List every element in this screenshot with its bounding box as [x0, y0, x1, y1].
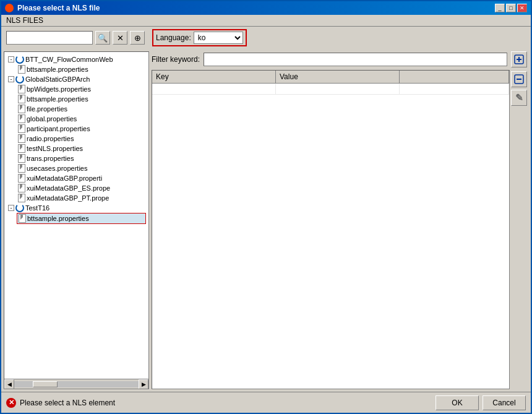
window-title: Please select a NLS file: [17, 4, 491, 12]
status-left: ✕ Please select a NLS element: [6, 398, 115, 408]
language-label: Language:: [156, 33, 191, 42]
title-bar: Please select a NLS file _ □ ✕: [1, 1, 531, 15]
main-content: - BTT_CW_FlowCommonWeb bttsample.propert…: [1, 49, 531, 392]
maximize-button[interactable]: □: [506, 4, 516, 12]
tree-item-xui-es[interactable]: xuiMetadataGBP_ES.prope: [17, 183, 146, 193]
tree-item-participant[interactable]: participant.properties: [17, 124, 146, 134]
tree-node-btt: - BTT_CW_FlowCommonWeb bttsample.propert…: [7, 54, 146, 74]
folder-icon-test: [15, 204, 24, 212]
file-icon-radio: [18, 134, 25, 143]
filter-row: Filter keyword:: [152, 51, 528, 67]
file-icon-xui1: [18, 174, 25, 183]
scroll-left-arrow[interactable]: ◀: [4, 379, 14, 389]
menu-item-nls-files[interactable]: NLS FILES: [6, 16, 43, 25]
remove-row-button[interactable]: [511, 71, 527, 87]
tree-item-xui-pt[interactable]: xuiMetadataGBP_PT.prope: [17, 193, 146, 203]
language-select[interactable]: ko en ja zh: [194, 32, 243, 44]
tree-label-test: TestT16: [25, 204, 49, 212]
tree-item-trans[interactable]: trans.properties: [17, 153, 146, 163]
tree-label-participant: participant.properties: [27, 125, 90, 132]
file-icon-participant: [18, 124, 25, 133]
title-bar-buttons: _ □ ✕: [495, 4, 527, 12]
tree-item-bttsample1[interactable]: bttsample.properties: [17, 64, 146, 74]
tree-node-global: - GlobalStaticGBPArch bpWidgets.properti…: [7, 74, 146, 203]
file-tree-panel: - BTT_CW_FlowCommonWeb bttsample.propert…: [4, 51, 149, 389]
table-body: [152, 84, 509, 389]
table-cell-value: [276, 84, 400, 94]
tree-item-bttsample3[interactable]: bttsample.properties: [17, 213, 146, 224]
file-icon-bttsample3: [19, 214, 26, 223]
right-panel: Filter keyword: Key Value: [152, 51, 528, 389]
data-table: Key Value: [152, 70, 510, 389]
tree-label-trans: trans.properties: [27, 155, 74, 162]
minimize-button[interactable]: _: [495, 4, 505, 12]
toolbar: 🔍 ✕ ⊕ Language: ko en ja zh: [1, 27, 531, 49]
close-button[interactable]: ✕: [517, 4, 527, 12]
file-icon-xui-pt: [18, 194, 25, 202]
status-message: Please select a NLS element: [20, 399, 115, 407]
scroll-track[interactable]: [14, 381, 139, 387]
table-header: Key Value: [152, 71, 509, 84]
tree-label-bpwidgets: bpWidgets.properties: [27, 85, 91, 93]
col-header-value: Value: [276, 71, 400, 83]
add-row-button[interactable]: [511, 51, 527, 67]
right-side-buttons: ✎: [511, 70, 528, 389]
tree-label-bttsample3: bttsample.properties: [27, 215, 89, 222]
language-container: Language: ko en ja zh: [152, 29, 247, 46]
edit-row-button[interactable]: ✎: [511, 90, 527, 106]
file-icon-bttsample2: [18, 95, 25, 103]
table-row: [152, 84, 509, 95]
expand-global[interactable]: -: [8, 76, 14, 82]
folder-icon-btt: [15, 55, 24, 64]
table-cell-extra: [400, 84, 509, 94]
tree-scroll-area: - BTT_CW_FlowCommonWeb bttsample.propert…: [4, 52, 148, 379]
tree-label-xui-pt: xuiMetadataGBP_PT.prope: [27, 194, 109, 202]
table-area: Key Value: [152, 70, 528, 389]
window-icon: [5, 4, 14, 12]
ok-button[interactable]: OK: [435, 395, 479, 410]
tree-item-test[interactable]: - TestT16: [7, 203, 146, 213]
menu-bar: NLS FILES: [1, 15, 531, 27]
search-button[interactable]: 🔍: [95, 31, 110, 45]
search-input[interactable]: [6, 31, 93, 45]
tree-children-btt: bttsample.properties: [7, 64, 146, 74]
horizontal-scrollbar[interactable]: ◀ ▶: [4, 379, 148, 389]
main-window: Please select a NLS file _ □ ✕ NLS FILES…: [0, 0, 532, 414]
tree-children-test: bttsample.properties: [7, 213, 146, 224]
tree-item-bpwidgets[interactable]: bpWidgets.properties: [17, 84, 146, 94]
scroll-right-arrow[interactable]: ▶: [139, 379, 148, 389]
expand-btt[interactable]: -: [8, 56, 14, 63]
tree-label-btt: BTT_CW_FlowCommonWeb: [25, 56, 113, 63]
status-bar: ✕ Please select a NLS element OK Cancel: [1, 392, 531, 413]
tree-item-bttsample2[interactable]: bttsample.properties: [17, 94, 146, 104]
tree-label-xui1: xuiMetadataGBP.properti: [27, 175, 102, 182]
tree-item-testnls[interactable]: testNLS.properties: [17, 144, 146, 153]
tree-item-usecases[interactable]: usecases.properties: [17, 163, 146, 173]
tree-item-file[interactable]: file.properties: [17, 104, 146, 114]
filter-label: Filter keyword:: [152, 55, 200, 64]
tree-label-testnls: testNLS.properties: [27, 145, 83, 152]
tree-item-btt[interactable]: - BTT_CW_FlowCommonWeb: [7, 54, 146, 64]
tree-children-global: bpWidgets.properties bttsample.propertie…: [7, 84, 146, 203]
tree-node-test: - TestT16 bttsample.properties: [7, 203, 146, 224]
tree-item-global[interactable]: - GlobalStaticGBPArch: [7, 74, 146, 84]
status-buttons: OK Cancel: [435, 395, 526, 410]
cancel-button[interactable]: Cancel: [483, 395, 526, 410]
file-icon-file: [18, 105, 25, 113]
file-icon-global-prop: [18, 114, 25, 123]
file-icon-xui-es: [18, 184, 25, 192]
clear-button[interactable]: ✕: [113, 31, 127, 45]
tree-item-global-prop[interactable]: global.properties: [17, 114, 146, 124]
folder-icon-global: [15, 75, 24, 84]
tree-item-radio[interactable]: radio.properties: [17, 134, 146, 144]
scroll-thumb[interactable]: [33, 381, 58, 387]
col-header-extra: [400, 71, 509, 83]
file-icon-trans: [18, 154, 25, 163]
expand-test[interactable]: -: [8, 205, 14, 211]
table-cell-key: [152, 84, 276, 94]
tree-label-file: file.properties: [27, 105, 67, 113]
col-header-key: Key: [152, 71, 276, 83]
filter-input[interactable]: [204, 53, 507, 66]
tree-item-xui1[interactable]: xuiMetadataGBP.properti: [17, 173, 146, 183]
add-toolbar-button[interactable]: ⊕: [130, 31, 145, 45]
